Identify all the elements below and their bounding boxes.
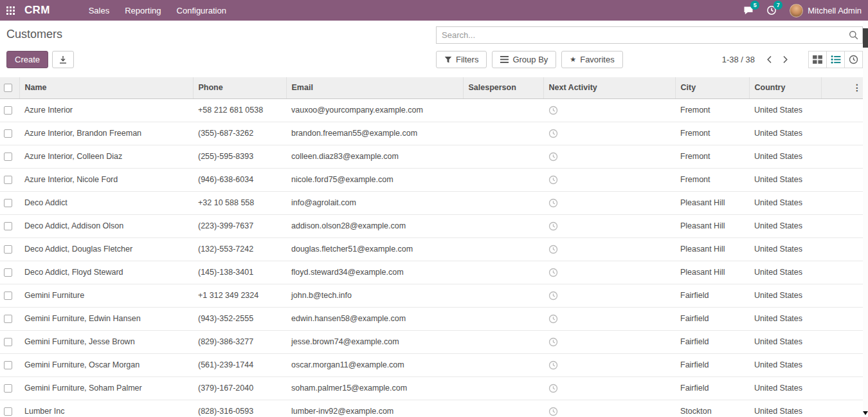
row-checkbox[interactable] (4, 407, 12, 416)
next-activity-cell[interactable] (543, 191, 675, 214)
table-row[interactable]: Azure Interior, Colleen Diaz (255)-595-8… (0, 145, 868, 168)
customer-city: Fairfield (675, 307, 749, 330)
table-row[interactable]: Lumber Inc (828)-316-0593 lumber-inv92@e… (0, 400, 868, 417)
messages-button[interactable]: 5 (737, 0, 760, 21)
table-row[interactable]: Gemini Furniture, Jesse Brown (829)-386-… (0, 330, 868, 353)
select-all-checkbox-cell[interactable] (0, 77, 19, 98)
next-activity-cell[interactable] (543, 214, 675, 237)
row-checkbox[interactable] (4, 384, 12, 393)
row-checkbox[interactable] (4, 361, 12, 369)
row-checkbox-cell[interactable] (0, 353, 19, 376)
customer-name: Azure Interior, Brandon Freeman (19, 122, 193, 145)
activities-badge: 7 (773, 1, 782, 10)
column-header-city[interactable]: City (675, 77, 749, 98)
app-brand[interactable]: CRM (24, 4, 50, 17)
row-checkbox[interactable] (4, 176, 12, 184)
row-checkbox[interactable] (4, 245, 12, 254)
table-row[interactable]: Gemini Furniture +1 312 349 2324 john.b@… (0, 284, 868, 307)
table-row[interactable]: Deco Addict, Addison Olson (223)-399-763… (0, 214, 868, 237)
row-checkbox-cell[interactable] (0, 376, 19, 400)
row-checkbox-cell[interactable] (0, 122, 19, 145)
pager-range[interactable]: 1-38 / 38 (722, 55, 755, 64)
next-activity-cell[interactable] (543, 145, 675, 168)
column-header-email[interactable]: Email (286, 77, 463, 98)
column-header-phone[interactable]: Phone (193, 77, 286, 98)
filters-label: Filters (456, 55, 478, 64)
next-activity-cell[interactable] (543, 284, 675, 307)
row-checkbox[interactable] (4, 292, 12, 300)
row-filler-cell (821, 191, 868, 214)
row-checkbox-cell[interactable] (0, 400, 19, 417)
apps-menu-button[interactable] (0, 0, 21, 21)
table-row[interactable]: Gemini Furniture, Soham Palmer (379)-167… (0, 376, 868, 400)
table-row[interactable]: Deco Addict +32 10 588 558 info@agrolait… (0, 191, 868, 214)
column-header-country[interactable]: Country (749, 77, 821, 98)
filters-button[interactable]: Filters (436, 51, 487, 68)
pager-previous-button[interactable] (761, 53, 777, 66)
view-activity-button[interactable] (844, 51, 863, 68)
customer-phone: (132)-553-7242 (193, 237, 286, 261)
row-checkbox[interactable] (4, 199, 12, 207)
view-list-button-active[interactable] (826, 51, 845, 68)
next-activity-cell[interactable] (543, 237, 675, 261)
pager-next-button[interactable] (777, 53, 793, 66)
view-kanban-button[interactable] (808, 51, 827, 68)
customer-salesperson (463, 98, 543, 122)
row-checkbox[interactable] (4, 315, 12, 323)
row-checkbox-cell[interactable] (0, 307, 19, 330)
row-checkbox-cell[interactable] (0, 284, 19, 307)
next-activity-cell[interactable] (543, 98, 675, 122)
chevron-right-icon (782, 55, 788, 64)
select-all-checkbox[interactable] (4, 84, 12, 92)
column-header-name[interactable]: Name (19, 77, 193, 98)
row-checkbox[interactable] (4, 153, 12, 161)
row-checkbox-cell[interactable] (0, 330, 19, 353)
table-row[interactable]: Deco Addict, Floyd Steward (145)-138-340… (0, 261, 868, 284)
table-row[interactable]: Gemini Furniture, Edwin Hansen (943)-352… (0, 307, 868, 330)
row-checkbox[interactable] (4, 129, 12, 138)
table-row[interactable]: Gemini Furniture, Oscar Morgan (561)-239… (0, 353, 868, 376)
table-row[interactable]: Azure Interior, Nicole Ford (946)-638-60… (0, 168, 868, 191)
row-checkbox-cell[interactable] (0, 261, 19, 284)
next-activity-cell[interactable] (543, 307, 675, 330)
menu-sales[interactable]: Sales (81, 0, 118, 21)
customer-phone: (223)-399-7637 (193, 214, 286, 237)
menu-configuration[interactable]: Configuration (169, 0, 234, 21)
row-checkbox[interactable] (4, 222, 12, 230)
next-activity-cell[interactable] (543, 330, 675, 353)
row-checkbox-cell[interactable] (0, 191, 19, 214)
next-activity-cell[interactable] (543, 376, 675, 400)
scrollbar-down-arrow[interactable] (863, 410, 868, 416)
next-activity-cell[interactable] (543, 122, 675, 145)
next-activity-cell[interactable] (543, 261, 675, 284)
column-header-next-activity[interactable]: Next Activity (543, 77, 675, 98)
row-filler-cell (821, 98, 868, 122)
table-row[interactable]: Deco Addict, Douglas Fletcher (132)-553-… (0, 237, 868, 261)
create-button[interactable]: Create (6, 51, 48, 68)
group-by-button[interactable]: Group By (492, 51, 556, 68)
next-activity-cell[interactable] (543, 400, 675, 417)
table-row[interactable]: Azure Interior, Brandon Freeman (355)-68… (0, 122, 868, 145)
activities-button[interactable]: 7 (760, 0, 783, 21)
export-button[interactable] (52, 51, 74, 68)
optional-columns-toggle[interactable]: ⋮ (821, 77, 868, 98)
row-checkbox-cell[interactable] (0, 98, 19, 122)
row-checkbox[interactable] (4, 268, 12, 277)
main-menu: Sales Reporting Configuration (81, 0, 234, 21)
table-row[interactable]: Azure Interior +58 212 681 0538 vauxoo@y… (0, 98, 868, 122)
column-header-salesperson[interactable]: Salesperson (463, 77, 543, 98)
favorites-button[interactable]: ★ Favorites (561, 51, 622, 68)
next-activity-cell[interactable] (543, 168, 675, 191)
row-checkbox-cell[interactable] (0, 145, 19, 168)
scrollbar-thumb[interactable] (863, 28, 868, 48)
row-checkbox[interactable] (4, 338, 12, 346)
row-checkbox[interactable] (4, 106, 12, 115)
row-checkbox-cell[interactable] (0, 237, 19, 261)
row-checkbox-cell[interactable] (0, 168, 19, 191)
search-input[interactable] (436, 26, 863, 44)
search-icon[interactable] (849, 30, 858, 40)
row-checkbox-cell[interactable] (0, 214, 19, 237)
user-menu[interactable]: Mitchell Admin (783, 0, 868, 21)
next-activity-cell[interactable] (543, 353, 675, 376)
menu-reporting[interactable]: Reporting (117, 0, 168, 21)
